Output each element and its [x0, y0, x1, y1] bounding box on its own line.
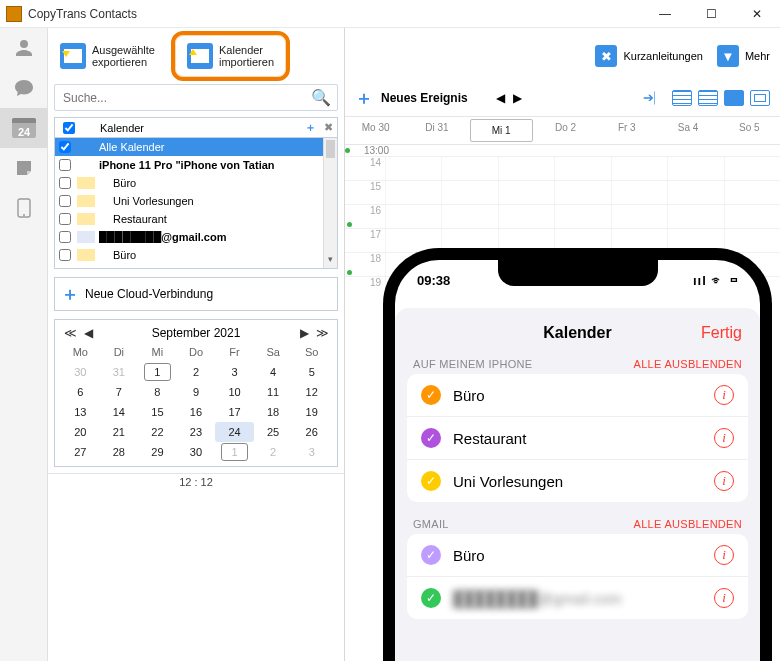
view-month-icon[interactable]: [672, 90, 692, 106]
week-day-header[interactable]: Sa 4: [657, 117, 718, 144]
hour-cell[interactable]: [667, 157, 723, 180]
scroll-thumb[interactable]: [326, 140, 335, 158]
new-event-button[interactable]: Neues Ereignis: [381, 91, 468, 105]
export-selected-button[interactable]: Ausgewählte exportieren: [54, 39, 161, 73]
import-calendar-button[interactable]: Kalender importieren: [181, 39, 280, 73]
search-box[interactable]: 🔍: [54, 84, 338, 111]
hour-cell[interactable]: [554, 181, 610, 204]
hour-cell[interactable]: [441, 229, 497, 252]
calendar-day[interactable]: 5: [292, 362, 331, 382]
calendar-row[interactable]: Alle Kalender: [55, 138, 337, 156]
calendar-day[interactable]: 8: [138, 382, 177, 402]
phone-calendar-item[interactable]: ✓Büroi: [407, 374, 748, 417]
calendar-day[interactable]: 21: [100, 422, 139, 442]
hour-cell[interactable]: [441, 157, 497, 180]
calendar-row[interactable]: ████████@gmail.com✉: [55, 228, 337, 246]
info-icon[interactable]: i: [714, 428, 734, 448]
checkbox-all[interactable]: [63, 122, 75, 134]
calendar-day[interactable]: 28: [100, 442, 139, 462]
week-day-header[interactable]: Fr 3: [596, 117, 657, 144]
hour-cell[interactable]: [385, 205, 441, 228]
calendar-day[interactable]: 2: [254, 442, 293, 462]
calendar-day[interactable]: 23: [177, 422, 216, 442]
calendar-row[interactable]: Büro: [55, 174, 337, 192]
calendar-day[interactable]: 9: [177, 382, 216, 402]
calendar-row[interactable]: Restaurant: [55, 210, 337, 228]
calendar-checkbox[interactable]: [59, 159, 71, 171]
calendar-day[interactable]: 25: [254, 422, 293, 442]
hour-cell[interactable]: [385, 181, 441, 204]
more-button[interactable]: ▼ Mehr: [717, 45, 770, 67]
prev-week-button[interactable]: ◀: [496, 91, 505, 105]
calendar-day[interactable]: 22: [138, 422, 177, 442]
maximize-button[interactable]: ☐: [688, 0, 734, 28]
rail-notes-icon[interactable]: [0, 148, 48, 188]
calendar-day[interactable]: 7: [100, 382, 139, 402]
week-day-header[interactable]: Do 2: [535, 117, 596, 144]
hour-cell[interactable]: [667, 205, 723, 228]
calendar-checkbox[interactable]: [59, 213, 71, 225]
hour-cell[interactable]: [385, 229, 441, 252]
phone-calendar-item[interactable]: ✓Büroi: [407, 534, 748, 577]
info-icon[interactable]: i: [714, 471, 734, 491]
calendar-row[interactable]: iPhone 11 Pro "iPhone von Tatian▯: [55, 156, 337, 174]
phone-done-button[interactable]: Fertig: [692, 324, 742, 342]
calendar-day[interactable]: 18: [254, 402, 293, 422]
calendar-day[interactable]: 30: [177, 442, 216, 462]
hour-cell[interactable]: [498, 157, 554, 180]
calendar-day[interactable]: 29: [138, 442, 177, 462]
hour-cell[interactable]: [611, 157, 667, 180]
calendar-day[interactable]: 14: [100, 402, 139, 422]
hour-cell[interactable]: [724, 157, 780, 180]
calendar-day[interactable]: 27: [61, 442, 100, 462]
add-calendar-button[interactable]: ＋: [301, 120, 320, 135]
hour-cell[interactable]: [724, 181, 780, 204]
phone-calendar-item[interactable]: ✓████████@gmail.comi: [407, 577, 748, 619]
rail-device-icon[interactable]: [0, 188, 48, 228]
calendar-checkbox[interactable]: [59, 249, 71, 261]
calendar-row[interactable]: Uni Vorlesungen: [55, 192, 337, 210]
minimize-button[interactable]: —: [642, 0, 688, 28]
calendar-checkbox[interactable]: [59, 195, 71, 207]
calendar-day[interactable]: 12: [292, 382, 331, 402]
calendar-day[interactable]: 11: [254, 382, 293, 402]
hour-cell[interactable]: [441, 181, 497, 204]
info-icon[interactable]: i: [714, 385, 734, 405]
calendar-day[interactable]: 26: [292, 422, 331, 442]
calendar-day[interactable]: 1: [215, 442, 254, 462]
phone-calendar-item[interactable]: ✓Restauranti: [407, 417, 748, 460]
calendar-day[interactable]: 6: [61, 382, 100, 402]
calendar-checkbox[interactable]: [59, 231, 71, 243]
search-input[interactable]: [61, 90, 311, 106]
hour-cell[interactable]: [611, 181, 667, 204]
next-year-button[interactable]: ≫: [313, 326, 331, 340]
calendar-day[interactable]: 19: [292, 402, 331, 422]
hour-cell[interactable]: [498, 205, 554, 228]
hour-cell[interactable]: [611, 229, 667, 252]
hour-cell[interactable]: [667, 181, 723, 204]
calendar-day[interactable]: 17: [215, 402, 254, 422]
quickguides-button[interactable]: ✖ Kurzanleitungen: [595, 45, 703, 67]
calendar-checkbox[interactable]: [59, 141, 71, 153]
prev-year-button[interactable]: ≪: [61, 326, 79, 340]
hour-cell[interactable]: [441, 205, 497, 228]
new-cloud-connection-button[interactable]: ＋ Neue Cloud-Verbindung: [54, 277, 338, 311]
next-month-button[interactable]: ▶: [295, 326, 313, 340]
close-button[interactable]: ✕: [734, 0, 780, 28]
hour-cell[interactable]: [498, 181, 554, 204]
phone-hide-all-gmail[interactable]: ALLE AUSBLENDEN: [634, 518, 742, 530]
calendar-day[interactable]: 13: [61, 402, 100, 422]
search-icon[interactable]: 🔍: [311, 88, 331, 107]
delete-calendar-button[interactable]: ✖: [320, 121, 337, 134]
hour-cell[interactable]: [385, 157, 441, 180]
calendar-checkbox[interactable]: [59, 177, 71, 189]
hour-cell[interactable]: [554, 205, 610, 228]
week-day-header[interactable]: Di 31: [406, 117, 467, 144]
calendar-day[interactable]: 24: [215, 422, 254, 442]
hour-cell[interactable]: [667, 229, 723, 252]
calendar-day[interactable]: 30: [61, 362, 100, 382]
rail-messages-icon[interactable]: [0, 68, 48, 108]
calendar-day[interactable]: 1: [138, 362, 177, 382]
calendar-day[interactable]: 20: [61, 422, 100, 442]
week-day-header[interactable]: Mo 30: [345, 117, 406, 144]
